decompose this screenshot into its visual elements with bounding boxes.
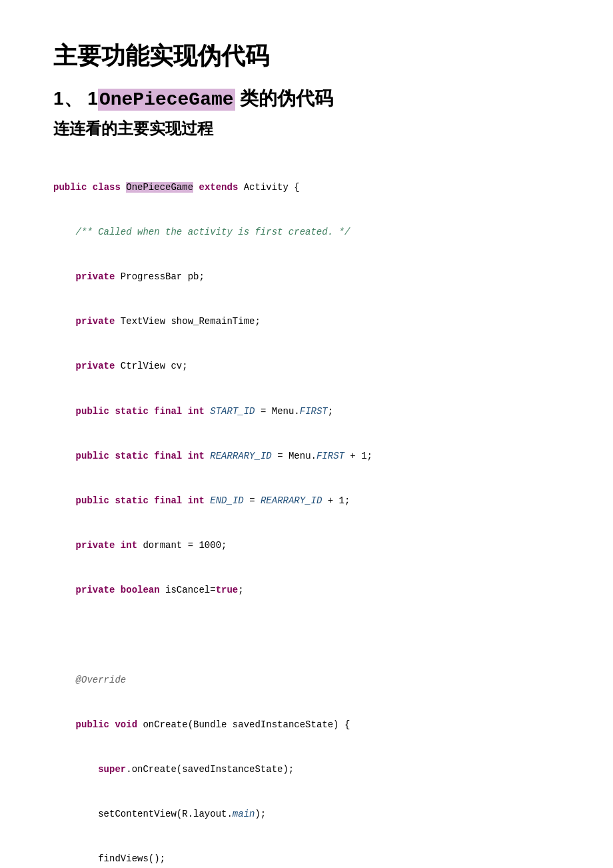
code-line: public void onCreate(Bundle savedInstanc… [53,717,560,732]
sub-heading: 连连看的主要实现过程 [53,118,560,139]
code-line: public static final int REARRARY_ID = Me… [53,449,560,463]
heading-suffix: 类的伪代码 [235,88,334,109]
code-block: public class OnePieceGame extends Activi… [53,150,560,868]
code-line: private TextView show_RemainTime; [53,314,560,329]
code-line-blank [53,628,560,643]
main-title: 主要功能实现伪代码 [53,40,560,73]
code-line: private ProgressBar pb; [53,269,560,284]
heading-classname: OnePieceGame [98,89,235,111]
section-heading: 1、 1OnePieceGame 类的伪代码 [53,86,560,111]
heading-prefix: 1、 1 [53,88,98,109]
code-line: private boolean isCancel=true; [53,583,560,597]
code-line: @Override [53,673,560,687]
code-line: private int dormant = 1000; [53,538,560,553]
code-line: private CtrlView cv; [53,359,560,373]
code-line: public static final int START_ID = Menu.… [53,404,560,419]
code-line: public class OnePieceGame extends Activi… [53,180,560,195]
code-line: setContentView(R.layout.main); [53,807,560,821]
code-line: super.onCreate(savedInstanceState); [53,762,560,777]
code-line: findViews(); [53,851,560,866]
code-line: public static final int END_ID = REARRAR… [53,493,560,508]
code-line: /** Called when the activity is first cr… [53,225,560,239]
